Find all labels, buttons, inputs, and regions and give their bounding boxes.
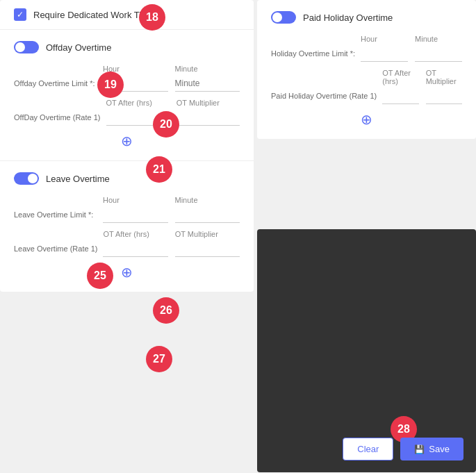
holiday-ot-multiplier-input[interactable] xyxy=(426,88,462,104)
holiday-ot-after-group: OT After (hrs) xyxy=(382,69,418,104)
right-dark-panel xyxy=(257,229,476,472)
leave-rate-row: Leave Overtime (Rate 1) 27 OT After (hrs… xyxy=(14,230,240,257)
holiday-ot-after-label: OT After (hrs) xyxy=(382,69,418,85)
right-panel: 22 23 Paid Holiday Overtime Holiday Over… xyxy=(257,0,476,139)
holiday-minute-input[interactable] xyxy=(415,46,462,62)
save-button[interactable]: 💾 Save xyxy=(400,438,463,460)
offday-limit-label: Offday Overtime Limit *: xyxy=(14,79,97,92)
badge-18: 18 xyxy=(139,4,165,31)
leave-rate-label: Leave Overtime (Rate 1) xyxy=(14,244,97,257)
badge-20: 20 xyxy=(153,111,179,138)
ot-after-label: OT After (hrs) xyxy=(106,99,170,107)
offday-rate-label: OffDay Overtime (Rate 1) xyxy=(14,113,101,126)
offday-add-button[interactable]: ⊕ xyxy=(14,133,240,149)
holiday-hour-label: Hour xyxy=(361,35,408,43)
leave-add-button[interactable]: ⊕ xyxy=(14,264,240,281)
dedicated-work-label: Require Dedicated Work Time xyxy=(33,10,154,20)
save-icon: 💾 xyxy=(414,445,425,454)
leave-toggle-row: Leave Overtime xyxy=(14,172,240,185)
leave-label: Leave Overtime xyxy=(46,174,110,184)
holiday-limit-label: Holiday Overtime Limit *: xyxy=(271,49,355,62)
leave-toggle[interactable] xyxy=(14,172,39,185)
holiday-minute-group: Minute xyxy=(415,35,462,62)
holiday-ot-multiplier-label: OT Multiplier xyxy=(426,69,462,85)
offday-label: Offday Overtime xyxy=(46,42,111,53)
holiday-toggle[interactable] xyxy=(271,11,296,24)
leave-limit-row: Leave Overtime Limit *: 26 Hour Minute xyxy=(14,196,240,223)
holiday-ot-multiplier-group: OT Multiplier xyxy=(426,69,462,104)
dedicated-work-time-checkbox[interactable] xyxy=(14,8,26,21)
leave-ot-after-input[interactable] xyxy=(103,241,167,257)
leave-ot-multiplier-label: OT Multiplier xyxy=(175,230,240,238)
badge-27: 27 xyxy=(146,346,172,372)
minute-field-group: Minute xyxy=(175,65,240,92)
holiday-hour-input[interactable] xyxy=(361,46,408,62)
save-label: Save xyxy=(429,444,450,454)
leave-ot-after-group: OT After (hrs) xyxy=(103,230,167,257)
leave-ot-multiplier-input[interactable] xyxy=(175,241,240,257)
badge-26: 26 xyxy=(153,297,179,324)
leave-hour-label: Hour xyxy=(103,196,168,204)
holiday-ot-after-input[interactable] xyxy=(382,88,418,104)
leave-minute-label: Minute xyxy=(175,196,240,204)
offday-ot-multiplier-input[interactable] xyxy=(177,110,240,126)
leave-hour-group: Hour xyxy=(103,196,168,223)
holiday-add-button[interactable]: ⊕ xyxy=(271,111,462,128)
holiday-toggle-row: Paid Holiday Overtime xyxy=(271,11,462,24)
offday-toggle[interactable] xyxy=(14,41,39,53)
minute-label: Minute xyxy=(175,65,240,73)
leave-minute-group: Minute xyxy=(175,196,240,223)
bottom-buttons: Clear 💾 Save xyxy=(343,438,463,460)
holiday-label: Paid Holiday Overtime xyxy=(303,13,393,23)
leave-minute-input[interactable] xyxy=(175,207,240,223)
offday-rate-row: OffDay Overtime (Rate 1) 21 OT After (hr… xyxy=(14,99,240,126)
badge-25: 25 xyxy=(87,263,113,289)
holiday-rate-label: Paid Holiday Overtime (Rate 1) xyxy=(271,92,377,104)
leave-limit-label: Leave Overtime Limit *: xyxy=(14,210,97,223)
leave-ot-after-label: OT After (hrs) xyxy=(103,230,167,238)
clear-button[interactable]: Clear xyxy=(343,438,393,460)
ot-multiplier-field-group: OT Multiplier xyxy=(177,99,240,126)
holiday-rate-row: Paid Holiday Overtime (Rate 1) 24 OT Aft… xyxy=(271,69,462,104)
leave-hour-input[interactable] xyxy=(103,207,168,223)
ot-multiplier-label: OT Multiplier xyxy=(177,99,240,107)
holiday-limit-row: Holiday Overtime Limit *: Hour Minute xyxy=(271,35,462,62)
offday-left-section: 19 Offday Overtime Offday Overtime Limit… xyxy=(0,30,254,161)
badge-21: 21 xyxy=(146,156,172,183)
leave-section: 25 Leave Overtime Leave Overtime Limit *… xyxy=(0,161,254,292)
holiday-minute-label: Minute xyxy=(415,35,462,43)
badge-19: 19 xyxy=(97,72,124,98)
holiday-hour-group: Hour xyxy=(361,35,408,62)
top-section: Require Dedicated Work Time xyxy=(0,0,254,30)
offday-limit-row: Offday Overtime Limit *: 20 Hour Minute xyxy=(14,65,240,92)
offday-toggle-row: Offday Overtime xyxy=(14,41,240,53)
leave-ot-multiplier-group: OT Multiplier xyxy=(175,230,240,257)
offday-minute-input[interactable] xyxy=(175,76,240,92)
